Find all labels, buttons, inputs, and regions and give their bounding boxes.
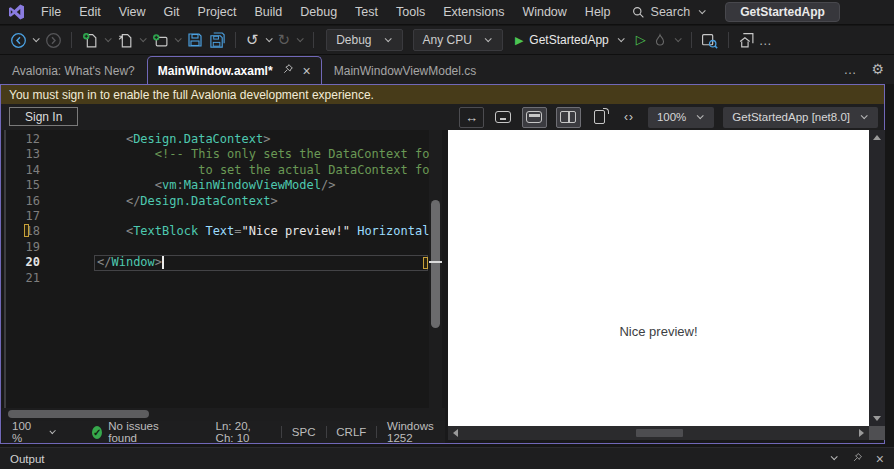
gear-icon[interactable]: ⚙ xyxy=(871,61,884,77)
xaml-code-editor[interactable]: 12131415161718192021 <Design.DataContext… xyxy=(2,130,429,408)
code-line[interactable]: <vm:MainWindowViewModel/> xyxy=(97,178,429,193)
line-number: 19 xyxy=(2,240,40,255)
add-item-button[interactable] xyxy=(150,29,170,51)
scrollbar-thumb[interactable] xyxy=(636,429,683,437)
close-tab-icon[interactable]: × xyxy=(303,65,311,77)
code-line[interactable]: <TextBlock Text="Nice preview!" Horizont… xyxy=(97,224,429,239)
menu-item-help[interactable]: Help xyxy=(576,0,620,24)
line-ending-status[interactable]: CRLF xyxy=(336,426,366,438)
chevron-down-icon[interactable] xyxy=(265,35,272,42)
tab-label: Avalonia: What's New? xyxy=(12,64,135,78)
forward-icon xyxy=(45,32,62,49)
home-icon xyxy=(738,32,755,49)
preview-target-dropdown[interactable]: GetStartedApp [net8.0] xyxy=(723,107,878,128)
scrollbar-thumb[interactable] xyxy=(8,410,149,418)
code-line[interactable]: <!-- This only sets the DataContext for xyxy=(97,147,429,162)
separator xyxy=(728,32,729,48)
code-line[interactable]: <Design.DataContext> xyxy=(97,132,429,147)
design-view-icon xyxy=(495,111,511,123)
menu-item-build[interactable]: Build xyxy=(245,0,291,24)
search-control[interactable]: Search xyxy=(632,5,708,19)
preview-vertical-scrollbar[interactable] xyxy=(869,130,885,426)
split-view-icon xyxy=(560,111,576,123)
redo-button[interactable]: ↻ xyxy=(276,29,293,51)
menu-item-view[interactable]: View xyxy=(110,0,155,24)
device-rotate-icon xyxy=(594,110,605,124)
new-file-button[interactable] xyxy=(80,29,100,51)
preview-window-icon xyxy=(526,111,542,123)
tab-mainwindow-axaml[interactable]: MainWindow.axaml* × xyxy=(147,56,322,84)
menu-item-extensions[interactable]: Extensions xyxy=(434,0,513,24)
start-debugging-button[interactable]: ▶ GetStartedApp xyxy=(509,33,632,47)
avalonia-signin-notification: You must sign in to enable the full Aval… xyxy=(1,85,884,104)
pin-icon[interactable] xyxy=(852,452,863,465)
code-line[interactable]: to set the actual DataContext for r xyxy=(97,163,429,178)
navigate-back-button[interactable] xyxy=(8,29,28,51)
save-button[interactable] xyxy=(185,29,205,51)
hot-reload-button[interactable] xyxy=(650,29,670,51)
chevron-down-icon[interactable] xyxy=(674,35,681,42)
solution-platforms-dropdown[interactable]: Any CPU xyxy=(413,29,503,51)
chevron-down-icon[interactable] xyxy=(33,35,40,42)
sign-in-button[interactable]: Sign In xyxy=(9,107,78,126)
chevron-down-icon[interactable] xyxy=(297,35,304,42)
solution-configurations-dropdown[interactable]: Debug xyxy=(326,29,402,51)
avalonia-previewer[interactable]: Nice preview! xyxy=(448,130,869,426)
menu-item-file[interactable]: File xyxy=(32,0,70,24)
tabs: Avalonia: What's New?MainWindow.axaml* ×… xyxy=(0,55,488,84)
xaml-view-button[interactable]: ‹› xyxy=(619,107,639,128)
chevron-down-icon xyxy=(861,112,868,119)
preview-zoom-dropdown[interactable]: 100% xyxy=(648,107,714,128)
menu-item-window[interactable]: Window xyxy=(513,0,575,24)
tab-label: MainWindow.axaml* xyxy=(158,64,273,78)
menu-item-tools[interactable]: Tools xyxy=(387,0,434,24)
menu-item-debug[interactable]: Debug xyxy=(291,0,346,24)
scroll-up-icon[interactable] xyxy=(873,135,881,140)
encoding-status[interactable]: Windows 1252 xyxy=(387,420,445,444)
pin-icon[interactable] xyxy=(282,63,294,78)
tab-overflow-button[interactable]: … xyxy=(843,62,857,77)
code-line[interactable]: </Window> xyxy=(97,255,429,270)
code-line[interactable] xyxy=(97,209,429,224)
preview-window-button[interactable] xyxy=(522,107,547,128)
caret-position-status[interactable]: Ln: 20, Ch: 10 xyxy=(216,420,272,444)
scroll-down-icon[interactable] xyxy=(873,416,881,421)
chevron-down-icon[interactable] xyxy=(105,35,112,42)
toolbar-overflow-button[interactable]: … xyxy=(759,33,773,48)
tab-mainwindowviewmodel-cs[interactable]: MainWindowViewModel.cs xyxy=(322,57,489,84)
find-in-files-button[interactable] xyxy=(700,29,720,51)
tab-avalonia-what-s-new[interactable]: Avalonia: What's New? xyxy=(0,57,147,84)
split-view-button[interactable] xyxy=(556,107,581,128)
scroll-right-icon[interactable] xyxy=(859,429,864,437)
save-all-button[interactable] xyxy=(207,29,227,51)
chevron-down-icon[interactable] xyxy=(140,35,147,42)
editor-zoom-dropdown[interactable]: 100 % xyxy=(2,421,66,443)
preview-horizontal-scrollbar[interactable] xyxy=(448,426,869,440)
code-line[interactable]: </Design.DataContext> xyxy=(97,194,429,209)
code-line[interactable] xyxy=(97,240,429,255)
navigate-forward-button[interactable] xyxy=(43,29,63,51)
code-line[interactable] xyxy=(97,271,429,286)
close-icon[interactable]: × xyxy=(876,453,884,465)
chevron-down-icon xyxy=(485,35,492,42)
open-file-button[interactable] xyxy=(115,29,135,51)
solution-home-button[interactable] xyxy=(737,29,757,51)
menu-item-test[interactable]: Test xyxy=(346,0,387,24)
swap-icon: ↔ xyxy=(465,110,478,125)
swap-panes-button[interactable]: ↔ xyxy=(459,107,484,128)
start-without-debugging-button[interactable]: ▷ xyxy=(634,29,648,51)
indent-mode-status[interactable]: SPC xyxy=(292,426,316,438)
chevron-down-icon[interactable] xyxy=(175,35,182,42)
undo-button[interactable]: ↺ xyxy=(244,29,261,51)
line-number-gutter: 12131415161718192021 xyxy=(2,132,40,286)
menu-item-project[interactable]: Project xyxy=(189,0,246,24)
solution-name-button[interactable]: GetStartedApp xyxy=(725,2,840,22)
scroll-left-icon[interactable] xyxy=(453,429,458,437)
chevron-down-icon[interactable] xyxy=(830,453,837,460)
editor-vertical-scrollbar[interactable] xyxy=(429,130,442,408)
menu-item-edit[interactable]: Edit xyxy=(70,0,110,24)
design-view-button[interactable] xyxy=(493,107,513,128)
device-preview-button[interactable] xyxy=(590,107,610,128)
scrollbar-thumb[interactable] xyxy=(431,200,440,328)
menu-item-git[interactable]: Git xyxy=(155,0,189,24)
